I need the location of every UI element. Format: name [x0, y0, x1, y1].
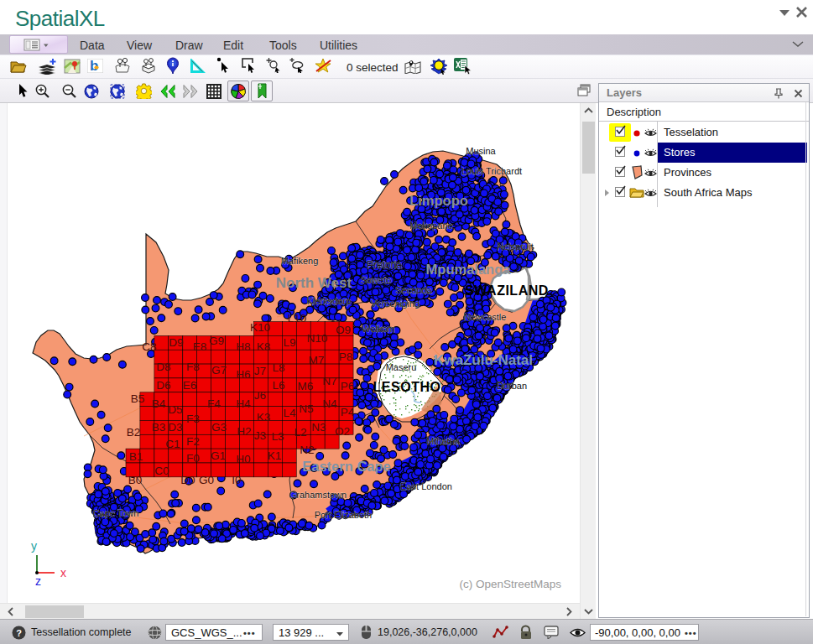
svg-text:N3: N3 [311, 421, 326, 434]
svg-text:Grahamstown: Grahamstown [289, 490, 347, 500]
svg-text:B3: B3 [152, 421, 166, 434]
svg-text:B2: B2 [127, 426, 141, 439]
svg-text:M6: M6 [298, 380, 314, 392]
svg-text:Vereeniging: Vereeniging [371, 299, 420, 309]
svg-text:G1: G1 [211, 449, 226, 462]
svg-text:M7: M7 [309, 354, 325, 366]
svg-text:?: ? [16, 628, 22, 638]
svg-text:F0: F0 [186, 452, 200, 465]
svg-text:J6: J6 [254, 389, 266, 402]
svg-text:Maseru: Maseru [386, 362, 417, 372]
svg-text:K10: K10 [250, 321, 270, 334]
svg-text:H2: H2 [237, 425, 251, 438]
svg-text:Newcastle: Newcastle [464, 312, 507, 322]
svg-text:D3: D3 [168, 421, 182, 434]
svg-text:J3: J3 [254, 429, 266, 442]
svg-text:D5: D5 [168, 403, 182, 416]
svg-text:KwaZulu-Natal: KwaZulu-Natal [434, 352, 533, 368]
svg-text:P8: P8 [339, 351, 353, 363]
svg-text:D0: D0 [180, 474, 195, 486]
svg-text:C0: C0 [154, 465, 169, 477]
svg-text:B5: B5 [131, 392, 145, 405]
svg-text:D8: D8 [156, 361, 170, 373]
svg-text:O2: O2 [335, 425, 350, 438]
svg-text:F2: F2 [186, 435, 200, 448]
svg-text:Louis Trichardt: Louis Trichardt [461, 166, 522, 176]
svg-text:x: x [60, 566, 66, 579]
svg-text:b: b [90, 59, 98, 73]
svg-text:K3: K3 [257, 411, 271, 423]
svg-text:C1: C1 [165, 438, 180, 450]
svg-text:Soweto: Soweto [361, 275, 392, 285]
svg-text:(c) OpenStreetMaps: (c) OpenStreetMaps [459, 578, 561, 590]
svg-text:Mafikeng: Mafikeng [281, 256, 319, 266]
svg-text:N2: N2 [300, 444, 314, 456]
svg-text:North West: North West [276, 275, 352, 291]
svg-text:G7: G7 [211, 364, 227, 377]
svg-text:Eastern Cape: Eastern Cape [302, 459, 390, 474]
svg-text:N10: N10 [307, 332, 328, 345]
svg-text:N4: N4 [322, 397, 337, 410]
svg-text:G3: G3 [211, 421, 227, 434]
svg-text:H8: H8 [236, 340, 250, 353]
svg-text:P6: P6 [341, 380, 355, 392]
svg-text:G0: G0 [199, 474, 214, 486]
svg-text:J7: J7 [254, 365, 266, 377]
svg-text:y: y [31, 539, 37, 553]
svg-text:F8: F8 [186, 361, 200, 373]
svg-text:SWAZILAND: SWAZILAND [465, 283, 549, 298]
svg-text:LESOTHO: LESOTHO [373, 380, 441, 394]
svg-text:K1: K1 [268, 449, 282, 462]
svg-text:Mokopane: Mokopane [409, 221, 452, 231]
svg-text:L8: L8 [272, 361, 284, 374]
svg-text:L6: L6 [272, 379, 284, 392]
svg-text:Limpopo: Limpopo [409, 193, 468, 208]
svg-text:H0: H0 [236, 453, 250, 465]
svg-text:Mpumalanga: Mpumalanga [426, 262, 512, 277]
svg-text:Cape Town: Cape Town [93, 508, 139, 518]
svg-text:L10: L10 [288, 312, 307, 325]
svg-text:Durban: Durban [497, 381, 527, 391]
svg-text:H6: H6 [236, 368, 250, 381]
svg-text:Mthatha: Mthatha [426, 436, 461, 446]
svg-text:Klerksdorp: Klerksdorp [307, 296, 352, 306]
svg-text:D6: D6 [156, 379, 170, 392]
svg-text:z: z [35, 574, 41, 588]
svg-text:B0: B0 [128, 474, 143, 486]
svg-text:D9: D9 [169, 336, 183, 349]
svg-text:Welkom: Welkom [362, 324, 395, 334]
svg-text:E6: E6 [183, 379, 197, 392]
svg-text:Port Elizabeth: Port Elizabeth [315, 510, 372, 520]
svg-text:P4: P4 [341, 406, 355, 418]
svg-text:O9: O9 [336, 324, 351, 336]
svg-text:B4: B4 [152, 397, 166, 410]
svg-text:C8: C8 [142, 340, 156, 353]
svg-text:K8: K8 [257, 340, 271, 353]
svg-text:F3: F3 [186, 413, 200, 425]
svg-text:B1: B1 [129, 450, 143, 463]
svg-text:East London: East London [400, 481, 452, 491]
svg-text:L2: L2 [294, 426, 306, 439]
svg-text:E8: E8 [193, 340, 207, 353]
svg-text:G9: G9 [209, 335, 224, 347]
svg-text:L4: L4 [283, 407, 296, 419]
svg-text:L3: L3 [271, 430, 284, 443]
svg-text:Musina: Musina [466, 146, 496, 156]
svg-text:L9: L9 [283, 336, 295, 349]
svg-text:Pretoria: Pretoria [367, 259, 402, 271]
svg-text:F4: F4 [207, 397, 221, 410]
svg-text:Nelspruit: Nelspruit [497, 242, 533, 252]
svg-text:H4: H4 [236, 397, 251, 410]
svg-text:I0: I0 [232, 474, 241, 486]
svg-text:Secunda: Secunda [395, 285, 432, 295]
svg-text:N5: N5 [299, 402, 313, 415]
svg-text:N7: N7 [322, 375, 336, 387]
